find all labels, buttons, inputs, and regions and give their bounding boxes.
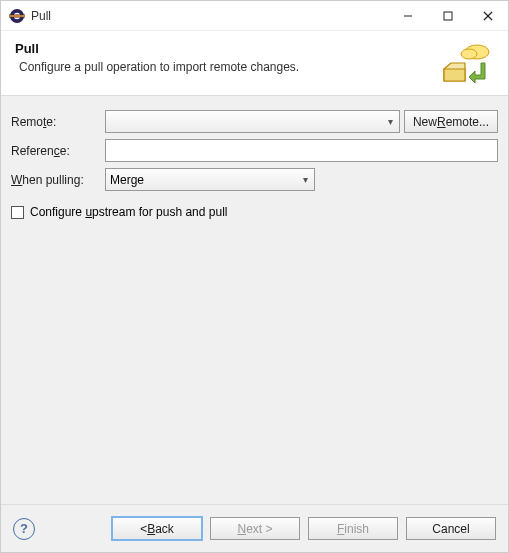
configure-upstream-label: Configure upstream for push and pull bbox=[30, 205, 227, 219]
svg-rect-5 bbox=[444, 12, 452, 20]
remote-select[interactable]: ▾ bbox=[105, 110, 400, 133]
svg-rect-3 bbox=[9, 15, 25, 17]
configure-upstream-checkbox[interactable] bbox=[11, 206, 24, 219]
help-icon[interactable]: ? bbox=[13, 518, 35, 540]
cancel-button[interactable]: Cancel bbox=[406, 517, 496, 540]
app-icon bbox=[9, 8, 25, 24]
minimize-button[interactable] bbox=[388, 1, 428, 31]
reference-label: Reference: bbox=[11, 144, 101, 158]
page-description: Configure a pull operation to import rem… bbox=[15, 60, 438, 74]
titlebar: Pull bbox=[1, 1, 508, 31]
when-pulling-value: Merge bbox=[110, 173, 144, 187]
dialog-header: Pull Configure a pull operation to impor… bbox=[1, 31, 508, 96]
chevron-down-icon: ▾ bbox=[388, 116, 393, 127]
window-title: Pull bbox=[31, 9, 388, 23]
remote-label: Remote: bbox=[11, 115, 101, 129]
dialog-footer: ? < Back Next > Finish Cancel bbox=[1, 504, 508, 552]
close-button[interactable] bbox=[468, 1, 508, 31]
back-button[interactable]: < Back bbox=[112, 517, 202, 540]
when-pulling-label: When pulling: bbox=[11, 173, 101, 187]
svg-point-9 bbox=[461, 49, 477, 59]
reference-input[interactable] bbox=[105, 139, 498, 162]
next-button[interactable]: Next > bbox=[210, 517, 300, 540]
pull-wizard-icon bbox=[438, 41, 494, 85]
dialog-content: Remote: ▾ New Remote... Reference: When … bbox=[1, 96, 508, 504]
finish-button[interactable]: Finish bbox=[308, 517, 398, 540]
maximize-button[interactable] bbox=[428, 1, 468, 31]
page-title: Pull bbox=[15, 41, 438, 56]
chevron-down-icon: ▾ bbox=[303, 174, 308, 185]
new-remote-button[interactable]: New Remote... bbox=[404, 110, 498, 133]
when-pulling-select[interactable]: Merge ▾ bbox=[105, 168, 315, 191]
